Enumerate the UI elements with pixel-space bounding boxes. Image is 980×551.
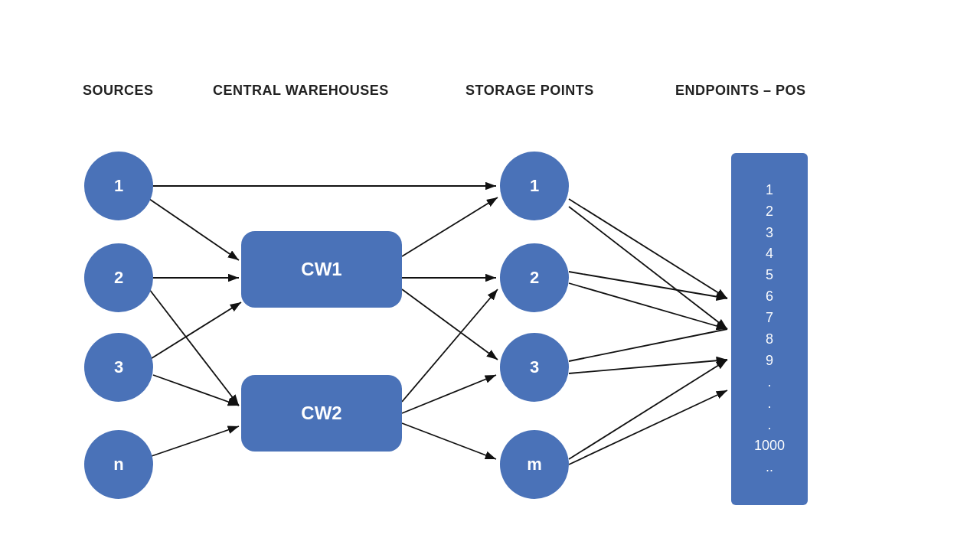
endpoints-box: 1 2 3 4 5 6 7 8 9 . . . 1000 .. [731,153,808,505]
header-storage-points: STORAGE POINTS [466,83,594,99]
svg-line-21 [569,390,727,465]
storage-node-3: 3 [500,333,569,402]
header-endpoints: ENDPOINTS – POS [675,83,806,99]
svg-line-16 [569,272,727,298]
svg-line-6 [153,375,239,406]
svg-line-7 [149,426,239,457]
source-node-2: 2 [84,243,153,312]
svg-line-10 [402,289,498,360]
diagram-container: SOURCES CENTRAL WAREHOUSES STORAGE POINT… [0,0,980,551]
source-node-n: n [84,430,153,499]
source-node-3: 3 [84,333,153,402]
svg-line-5 [149,302,241,360]
source-node-1: 1 [84,152,153,220]
warehouse-cw2: CW2 [241,375,402,452]
svg-line-15 [569,207,727,329]
svg-line-12 [402,375,496,413]
storage-node-1: 1 [500,152,569,220]
storage-node-m: m [500,430,569,499]
svg-line-4 [149,289,239,406]
header-sources: SOURCES [83,83,154,99]
svg-line-18 [569,329,727,361]
svg-line-14 [569,199,727,298]
svg-line-8 [402,197,498,256]
warehouse-cw1: CW1 [241,231,402,308]
svg-line-19 [569,360,727,373]
svg-line-13 [402,423,496,459]
svg-line-11 [402,289,498,402]
svg-line-20 [569,360,727,459]
svg-line-17 [569,283,727,329]
storage-node-2: 2 [500,243,569,312]
header-central-warehouses: CENTRAL WAREHOUSES [213,83,389,99]
svg-line-2 [149,199,239,260]
